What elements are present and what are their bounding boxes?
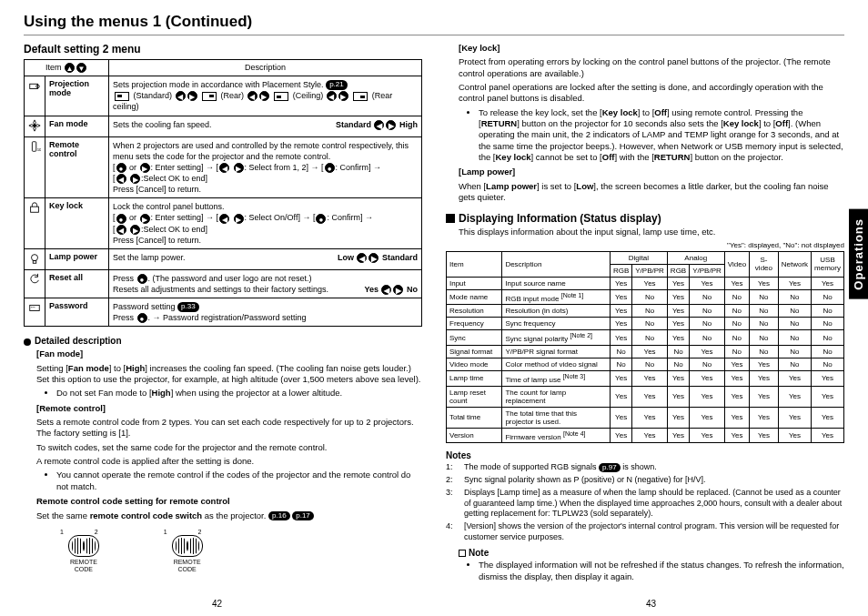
lamp-power-heading: [Lamp power] — [459, 167, 844, 177]
settings-table: Item ▲▼ Description Projection mode Sets… — [24, 59, 422, 327]
left-icon: ◀ — [247, 91, 257, 101]
row-lamp-power: Lamp power Set the lamp power. Low ◀▶ St… — [25, 248, 422, 269]
key-lock-p2: Control panel operations are locked afte… — [459, 82, 844, 105]
remote-control-heading: [Remote control] — [36, 403, 422, 414]
title-rule — [24, 35, 844, 35]
menu-heading: Default setting 2 menu — [24, 43, 422, 56]
bullet-icon — [24, 338, 31, 346]
enter-icon: ● — [137, 313, 147, 323]
note-callout: Note The displayed information will not … — [459, 548, 844, 582]
table-row: Signal formatY/PB/PR signal formatNoYesN… — [447, 346, 844, 358]
page-numbers: 42 43 — [0, 599, 868, 609]
th-desc: Description — [109, 60, 422, 76]
remote-control-p2: To switch codes, set the same code for t… — [36, 442, 422, 453]
right-icon: ▶ — [130, 174, 140, 184]
svg-text:***: *** — [31, 306, 35, 310]
left-icon: ◀ — [381, 285, 391, 295]
table-row: Total timeThe total time that this proje… — [447, 407, 844, 428]
reset-icon — [25, 269, 45, 298]
left-icon: ◀ — [176, 91, 186, 101]
lock-icon — [25, 198, 45, 249]
remote-code-figures: 1 2 REMOTE CODE 1 2 REMOTE CODE — [55, 529, 422, 572]
table-row: SyncSync signal polarity [Note 2]YesNoYe… — [447, 330, 844, 346]
table-row: Video modeColor method of video signalNo… — [447, 358, 844, 371]
right-column: [Key lock] Protect from operating errors… — [446, 41, 844, 586]
right-icon: ▶ — [140, 214, 150, 224]
remote-control-p3: A remote control code is applied after t… — [36, 456, 422, 467]
page-ref: p.17 — [292, 511, 314, 520]
right-icon: ▶ — [368, 253, 378, 263]
svg-rect-3 — [32, 141, 35, 151]
switch-icon — [68, 535, 99, 557]
key-lock-p1: Protect from operating errors by locking… — [459, 56, 844, 79]
remote-control-note: You cannot operate the remote control if… — [56, 470, 422, 492]
fan-icon — [25, 116, 45, 136]
placement-rear-icon — [202, 92, 217, 101]
square-outline-icon — [459, 550, 466, 557]
enter-icon: ● — [137, 274, 147, 284]
left-icon: ◀ — [116, 225, 126, 235]
down-icon: ▼ — [76, 63, 86, 73]
remote-code-setting-heading: Remote control code setting for remote c… — [36, 496, 422, 507]
password-icon: *** — [25, 298, 45, 327]
page-ref: p.21 — [326, 80, 348, 90]
left-icon: ◀ — [219, 163, 229, 173]
enter-icon: ● — [316, 214, 326, 224]
status-matrix-table: Item Description Digital Analog Video S-… — [446, 251, 844, 444]
row-reset-all: Reset all Press ●. (The password and use… — [25, 269, 422, 298]
projection-icon — [25, 76, 45, 116]
row-remote-control: 10 Remote control When 2 projectors are … — [25, 136, 422, 198]
left-column: Default setting 2 menu Item ▲▼ Descripti… — [24, 41, 422, 586]
enter-icon: ● — [325, 163, 335, 173]
lamp-power-text: When [Lamp power] is set to [Low], the s… — [459, 181, 844, 204]
table-row: Lamp timeTime of lamp use [Note 3]YesYes… — [447, 371, 844, 387]
fan-mode-text: Setting [Fan mode] to [High] increases t… — [36, 363, 422, 386]
svg-rect-5 — [31, 207, 39, 212]
page-ref: p.97 — [599, 463, 621, 472]
placement-ceiling-icon — [274, 92, 288, 101]
up-icon: ▲ — [65, 63, 75, 73]
key-lock-heading: [Key lock] — [459, 43, 844, 54]
notes-heading: Notes — [446, 450, 844, 460]
right-icon: ▶ — [187, 91, 197, 101]
svg-point-6 — [32, 254, 38, 260]
detailed-description-heading: Detailed description — [24, 336, 422, 346]
left-icon: ◀ — [357, 253, 367, 263]
matrix-legend: "Yes": displayed, "No": not displayed — [446, 241, 844, 249]
svg-text:10: 10 — [37, 147, 41, 152]
left-icon: ◀ — [374, 120, 384, 130]
right-icon: ▶ — [234, 163, 244, 173]
th-item: Item ▲▼ — [25, 60, 109, 76]
table-row: ResolutionResolution (in dots)YesNoYesNo… — [447, 305, 844, 318]
square-bullet-icon — [446, 214, 455, 223]
right-icon: ▶ — [234, 214, 244, 224]
table-row: VersionFirmware version [Note 4]YesYesYe… — [447, 428, 844, 443]
row-key-lock: Key lock Lock the control panel buttons.… — [25, 198, 422, 249]
row-projection-mode: Projection mode Sets projection mode in … — [25, 76, 422, 116]
table-row: FrequencySync frequencyYesNoYesNoNoNoNoN… — [447, 318, 844, 330]
fan-mode-note: Do not set Fan mode to [High] when using… — [56, 388, 422, 399]
right-icon: ▶ — [386, 120, 396, 130]
placement-rear-ceiling-icon — [353, 92, 368, 101]
lamp-icon — [25, 248, 45, 269]
key-lock-release: To release the key lock, set the [Key lo… — [479, 107, 844, 164]
status-display-sub: This displays information about the inpu… — [459, 227, 844, 237]
section-tab: Operations — [849, 209, 868, 299]
switch-icon — [172, 535, 203, 557]
page-title: Using the menus 1 (Continued) — [24, 13, 844, 31]
enter-icon: ● — [116, 214, 126, 224]
table-row: Mode nameRGB input mode [Note 1]YesNoYes… — [447, 289, 844, 305]
notes-list: 1:The mode of supported RGB signals p.97… — [446, 462, 844, 542]
remote-code-setting-text: Set the same remote control code switch … — [36, 510, 422, 521]
table-row: InputInput source nameYesYesYesYesYesYes… — [447, 277, 844, 289]
left-icon: ◀ — [327, 91, 337, 101]
remote-control-p1: Sets a remote control code from 2 types.… — [36, 417, 422, 439]
fan-mode-heading: [Fan mode] — [36, 348, 422, 359]
enter-icon: ● — [116, 163, 126, 173]
status-display-heading: Displaying Information (Status display) — [446, 212, 844, 225]
right-icon: ▶ — [130, 225, 140, 235]
row-password: *** Password Password setting p.33 Press… — [25, 298, 422, 327]
right-icon: ▶ — [338, 91, 348, 101]
row-fan-mode: Fan mode Sets the cooling fan speed. Sta… — [25, 116, 422, 136]
right-icon: ▶ — [140, 163, 150, 173]
